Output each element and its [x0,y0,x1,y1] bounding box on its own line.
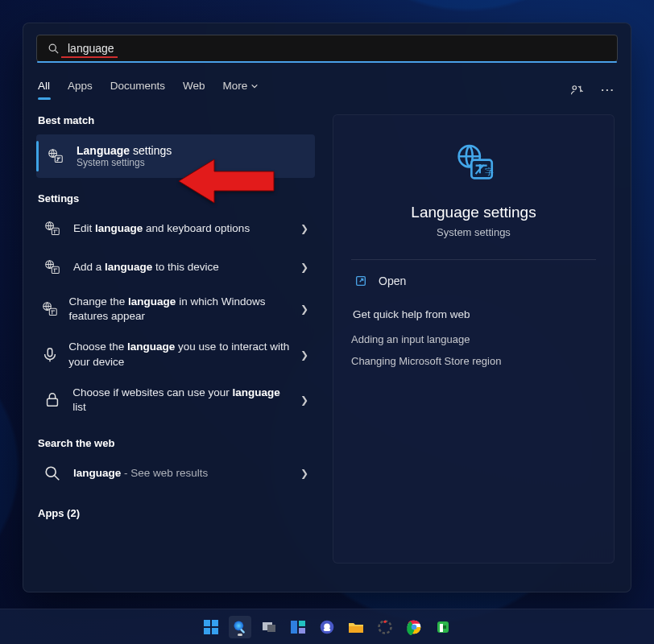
chevron-down-icon [250,82,259,90]
tab-apps[interactable]: Apps [68,80,93,100]
svg-line-1 [55,50,58,53]
chevron-right-icon: ❯ [300,262,308,273]
results-column: Best match Language settings System sett… [36,114,315,564]
svg-rect-34 [349,626,363,633]
chevron-right-icon: ❯ [300,394,308,406]
preview-title: Language settings [411,204,536,221]
open-label: Open [379,275,406,287]
best-match-subtitle: System settings [77,157,172,168]
svg-rect-6 [52,228,59,234]
start-search-panel: All Apps Documents Web More ··· Best mat… [23,23,631,592]
svg-point-2 [573,85,577,89]
svg-rect-23 [212,628,218,634]
svg-rect-10 [50,309,57,316]
svg-rect-8 [52,266,59,273]
svg-point-24 [234,621,244,630]
svg-text:字: 字 [485,167,494,176]
taskbar-start-icon[interactable] [200,616,222,638]
chevron-right-icon: ❯ [300,303,308,315]
item-label: Edit language and keyboard options [73,221,250,236]
taskbar-chat-icon[interactable] [316,616,338,638]
open-icon [354,275,367,287]
chevron-right-icon: ❯ [300,349,308,361]
best-match-result[interactable]: Language settings System settings [36,134,315,178]
svg-rect-22 [204,628,210,634]
preview-panel: 字 Language settings System settings Open… [333,114,615,564]
search-input[interactable] [68,42,609,55]
svg-point-38 [412,624,417,630]
taskbar-chrome-icon[interactable] [403,616,425,638]
quick-help-link-2[interactable]: Changing Microsoft Store region [351,355,501,367]
quick-help-header: Get quick help from web [353,308,470,320]
tab-web[interactable]: Web [183,80,205,100]
svg-rect-20 [204,620,210,626]
svg-rect-12 [47,398,57,406]
tab-documents[interactable]: Documents [110,80,165,100]
svg-point-0 [49,44,56,51]
search-web-header: Search the web [38,437,315,449]
svg-point-13 [46,468,56,477]
open-action[interactable]: Open [351,266,596,295]
settings-item-windows-features-language[interactable]: Change the language in which Windows fea… [36,287,315,332]
taskbar-taskview-icon[interactable] [258,616,280,638]
language-settings-large-icon: 字 [451,141,496,186]
svg-rect-29 [299,621,305,626]
svg-rect-30 [299,628,305,634]
item-label: Choose the language you use to interact … [68,340,291,369]
taskbar-search-icon[interactable] [229,616,251,638]
spellcheck-underline [61,56,118,58]
best-match-title: Language settings [77,144,172,157]
settings-item-add-language[interactable]: Add a language to this device ❯ [36,248,315,287]
taskbar-widgets-icon[interactable] [287,616,309,638]
language-icon [41,217,64,240]
more-options-icon[interactable]: ··· [600,82,616,98]
filter-tabs: All Apps Documents Web More ··· [38,80,616,100]
settings-item-website-language[interactable]: Choose if websites can use your language… [36,378,315,423]
svg-rect-40 [440,624,443,632]
preview-subtitle: System settings [437,226,511,238]
svg-point-36 [383,620,386,622]
taskbar-app2-icon[interactable] [432,616,454,638]
language-icon [41,298,60,320]
svg-rect-25 [240,628,245,633]
microphone-icon [41,344,59,366]
svg-rect-11 [48,348,52,356]
item-label: Add a language to this device [73,260,219,275]
tab-more-label: More [223,80,248,92]
item-label: Choose if websites can use your language… [72,386,291,415]
item-label: language - See web results [73,466,208,481]
quick-help-link-1[interactable]: Adding an input language [351,333,470,345]
divider [351,259,596,260]
search-web-item[interactable]: language - See web results ❯ [36,454,315,493]
lock-icon [41,389,63,411]
tab-more[interactable]: More [223,80,259,100]
selection-accent [36,141,39,171]
svg-rect-21 [212,620,218,626]
svg-line-14 [55,476,60,481]
search-box[interactable] [36,35,618,62]
settings-item-interact-language[interactable]: Choose the language you use to interact … [36,332,315,377]
taskbar-explorer-icon[interactable] [345,616,367,638]
search-icon [45,40,61,56]
search-icon [41,462,64,485]
language-icon [41,256,64,279]
svg-rect-28 [291,621,297,634]
language-settings-icon [44,145,67,167]
settings-item-edit-language[interactable]: Edit language and keyboard options ❯ [36,209,315,248]
tab-all[interactable]: All [38,80,50,100]
svg-rect-27 [267,625,275,632]
apps-header[interactable]: Apps (2) [38,507,315,519]
item-label: Change the language in which Windows fea… [69,295,291,324]
taskbar [0,609,654,644]
chevron-right-icon: ❯ [300,468,308,479]
svg-rect-33 [324,628,330,630]
account-sync-icon[interactable] [569,82,586,98]
search-focus-line [37,61,617,63]
settings-header: Settings [38,192,315,204]
chevron-right-icon: ❯ [300,223,308,234]
taskbar-app-icon[interactable] [374,616,396,638]
svg-rect-41 [443,625,446,629]
best-match-header: Best match [38,114,315,126]
